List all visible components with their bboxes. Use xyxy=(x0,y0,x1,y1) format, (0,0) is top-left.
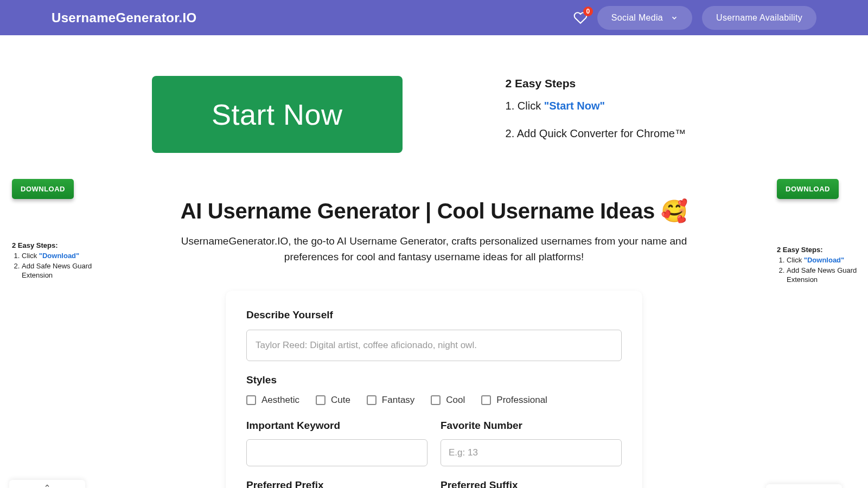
favorites-button[interactable]: 0 xyxy=(573,11,588,25)
steps-title: 2 Easy Steps xyxy=(506,77,686,90)
start-now-link[interactable]: "Start Now" xyxy=(544,100,605,112)
site-logo[interactable]: UsernameGenerator.IO xyxy=(52,10,196,25)
social-media-label: Social Media xyxy=(611,13,663,23)
step-2: 2. Add Quick Converter for Chrome™ xyxy=(506,127,686,140)
checkbox-icon xyxy=(481,395,491,405)
styles-row: Aesthetic Cute Fantasy Cool Professional xyxy=(246,395,622,406)
describe-label: Describe Yourself xyxy=(246,309,622,321)
style-fantasy[interactable]: Fantasy xyxy=(367,395,414,406)
generator-form-card: Describe Yourself Styles Aesthetic Cute … xyxy=(226,291,642,488)
side-step-1: Click "Download" xyxy=(787,256,858,265)
favnum-input[interactable] xyxy=(441,439,622,466)
collapse-ad-right[interactable] xyxy=(766,484,842,488)
style-professional[interactable]: Professional xyxy=(481,395,547,406)
chevron-up-icon xyxy=(800,486,808,488)
page-title: AI Username Generator | Cool Username Id… xyxy=(108,198,760,224)
favnum-label: Favorite Number xyxy=(441,420,622,432)
checkbox-icon xyxy=(316,395,326,405)
side-ad-right: DOWNLOAD 2 Easy Steps: Click "Download" … xyxy=(777,179,858,286)
side-steps-title: 2 Easy Steps: xyxy=(777,246,858,254)
side-step-1: Click "Download" xyxy=(22,252,93,261)
start-now-button[interactable]: Start Now xyxy=(152,76,403,153)
side-steps-left: 2 Easy Steps: Click "Download" Add Safe … xyxy=(12,241,93,280)
page-subtitle: UsernameGenerator.IO, the go-to AI Usern… xyxy=(174,234,694,265)
chevron-down-icon xyxy=(671,14,678,22)
prefix-label: Preferred Prefix xyxy=(246,479,427,488)
main-content: AI Username Generator | Cool Username Id… xyxy=(0,198,868,488)
availability-label: Username Availability xyxy=(716,13,802,23)
side-step-2: Add Safe News Guard Extension xyxy=(22,262,93,280)
side-steps-right: 2 Easy Steps: Click "Download" Add Safe … xyxy=(777,246,858,285)
keyword-input[interactable] xyxy=(246,439,427,466)
checkbox-icon xyxy=(367,395,376,405)
suffix-label: Preferred Suffix xyxy=(441,479,622,488)
checkbox-icon xyxy=(431,395,441,405)
easy-steps-top: 2 Easy Steps 1. Click "Start Now" 2. Add… xyxy=(506,76,686,155)
describe-input[interactable] xyxy=(246,330,622,361)
keyword-number-row: Important Keyword Favorite Number xyxy=(246,420,622,479)
social-media-dropdown[interactable]: Social Media xyxy=(597,6,692,30)
side-step-2: Add Safe News Guard Extension xyxy=(787,266,858,285)
download-button-left[interactable]: DOWNLOAD xyxy=(12,179,74,199)
step-1: 1. Click "Start Now" xyxy=(506,100,686,112)
chevron-up-icon xyxy=(43,481,52,488)
download-button-right[interactable]: DOWNLOAD xyxy=(777,179,839,199)
style-aesthetic[interactable]: Aesthetic xyxy=(246,395,299,406)
styles-label: Styles xyxy=(246,374,622,386)
download-link[interactable]: "Download" xyxy=(804,256,844,264)
side-steps-title: 2 Easy Steps: xyxy=(12,241,93,249)
keyword-label: Important Keyword xyxy=(246,420,427,432)
prefix-suffix-row: Preferred Prefix Preferred Suffix xyxy=(246,479,622,488)
favorites-badge: 0 xyxy=(583,7,593,16)
header-actions: 0 Social Media Username Availability xyxy=(573,6,816,30)
top-promo: Start Now 2 Easy Steps 1. Click "Start N… xyxy=(152,35,868,155)
download-link[interactable]: "Download" xyxy=(39,252,79,260)
side-ad-left: DOWNLOAD 2 Easy Steps: Click "Download" … xyxy=(12,179,93,281)
style-cool[interactable]: Cool xyxy=(431,395,465,406)
header-bar: UsernameGenerator.IO 0 Social Media User… xyxy=(0,0,868,35)
collapse-ad-left[interactable] xyxy=(9,480,85,488)
style-cute[interactable]: Cute xyxy=(316,395,350,406)
checkbox-icon xyxy=(246,395,256,405)
username-availability-button[interactable]: Username Availability xyxy=(702,6,816,30)
